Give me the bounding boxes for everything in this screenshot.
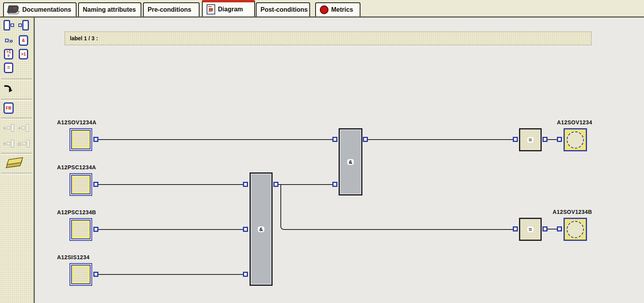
- valve-circle: [567, 131, 584, 149]
- diagram-canvas: label 1 / 3 : A12SOV1234A A12PSC1234A A1…: [35, 18, 644, 303]
- gate-symbol: &: [258, 226, 264, 232]
- transfer-arrows-icon: »: [9, 37, 12, 44]
- equal-block-icon: =: [4, 63, 13, 73]
- port[interactable]: [243, 182, 248, 187]
- tab-metrics[interactable]: Metrics: [315, 2, 360, 16]
- port[interactable]: [542, 226, 548, 231]
- or-equal-gate-button[interactable]: >1=: [2, 48, 15, 60]
- port[interactable]: [332, 137, 337, 142]
- function-block-icon: FB: [4, 102, 14, 114]
- or-gate-icon: >1: [19, 49, 28, 59]
- port[interactable]: [332, 182, 337, 187]
- tab-documentations[interactable]: Documentations: [3, 2, 77, 16]
- port-icon: [11, 23, 14, 27]
- wire: [98, 184, 243, 185]
- book-icon: [8, 5, 20, 14]
- tab-diagram[interactable]: Diagram: [202, 0, 255, 16]
- output-variable-icon: [22, 20, 29, 30]
- port[interactable]: [93, 272, 98, 277]
- output-node-label: A12SOV1234: [557, 119, 592, 126]
- application-window: Documentations Naming attributes Pre-con…: [0, 0, 644, 303]
- delete-cross-icon: ×: [3, 140, 14, 147]
- library-button[interactable]: [4, 156, 23, 169]
- toolbar-separator: [1, 153, 32, 155]
- port[interactable]: [273, 182, 278, 187]
- function-block-button[interactable]: FB: [2, 102, 15, 114]
- or-gate-button[interactable]: >1: [17, 48, 30, 60]
- label-bar-text: label 1 / 3 :: [70, 35, 98, 41]
- and-gate[interactable]: &: [250, 172, 273, 286]
- input-variable-icon: [4, 20, 10, 30]
- gate-symbol: &: [347, 159, 354, 165]
- tab-pre-conditions[interactable]: Pre-conditions: [143, 2, 200, 16]
- equal-block[interactable]: =: [519, 128, 542, 151]
- tab-post-conditions[interactable]: Post-conditions: [256, 2, 310, 16]
- port[interactable]: [557, 226, 562, 231]
- tab-label: Diagram: [218, 6, 243, 13]
- port[interactable]: [542, 137, 548, 142]
- input-node[interactable]: [70, 263, 92, 286]
- tab-label: Post-conditions: [260, 6, 308, 13]
- wire: [98, 229, 243, 230]
- output-node-label: A12SOV1234B: [553, 209, 592, 215]
- port[interactable]: [93, 227, 98, 232]
- red-dot-icon: [320, 5, 328, 14]
- plus-block-icon: +: [3, 124, 14, 132]
- port[interactable]: [513, 137, 518, 142]
- output-node[interactable]: [564, 128, 587, 151]
- port-icon: [18, 23, 22, 27]
- equal-block[interactable]: =: [519, 218, 542, 241]
- input-node[interactable]: [70, 173, 92, 196]
- and-gate-button[interactable]: &: [17, 34, 30, 47]
- and-gate[interactable]: &: [339, 128, 362, 195]
- tab-bar: Documentations Naming attributes Pre-con…: [0, 0, 644, 16]
- label-bar: label 1 / 3 :: [64, 31, 592, 45]
- toolbar-separator: [1, 173, 32, 175]
- tab-naming-attributes[interactable]: Naming attributes: [78, 2, 141, 16]
- equal-symbol: =: [527, 226, 534, 232]
- port[interactable]: [513, 226, 518, 231]
- input-node[interactable]: [70, 218, 92, 241]
- transfer-button[interactable]: »: [2, 34, 15, 47]
- diamond-block-icon: ◇: [18, 140, 30, 147]
- equal-symbol: =: [527, 137, 534, 143]
- output-node[interactable]: [564, 218, 587, 241]
- valve-circle: [567, 221, 584, 238]
- tabbar-divider: [0, 16, 644, 18]
- tab-label: Metrics: [331, 6, 353, 13]
- connector-link-icon: [4, 84, 14, 92]
- input-variable-button[interactable]: [2, 19, 15, 31]
- port[interactable]: [243, 272, 248, 277]
- port[interactable]: [557, 137, 562, 142]
- or-equal-gate-icon: >1=: [4, 49, 13, 59]
- equal-block-button[interactable]: =: [2, 61, 15, 74]
- output-variable-button[interactable]: [17, 19, 30, 31]
- port[interactable]: [93, 182, 98, 187]
- port-icon: [5, 39, 9, 42]
- block-plus-icon: +: [18, 124, 29, 132]
- input-node-label: A12SIS1234: [57, 254, 89, 260]
- wire: [548, 229, 557, 229]
- wire: [98, 139, 332, 140]
- port[interactable]: [93, 137, 98, 142]
- toolbar-separator: [1, 99, 32, 101]
- toolbar-separator: [1, 79, 32, 81]
- input-node[interactable]: [70, 128, 92, 151]
- delete-input-button[interactable]: ×: [2, 137, 15, 150]
- wire: [98, 274, 243, 275]
- tab-label: Naming attributes: [83, 6, 136, 13]
- toolbar: » & >1= >1 = FB + + ×: [0, 18, 35, 303]
- detach-block-button[interactable]: ◇: [17, 137, 30, 150]
- input-node-label: A12SOV1234A: [57, 119, 96, 126]
- library-book-icon: [5, 157, 22, 169]
- input-node-label: A12PSC1234B: [57, 209, 96, 215]
- port[interactable]: [243, 227, 248, 232]
- insert-output-button[interactable]: +: [17, 122, 30, 134]
- tab-label: Documentations: [22, 6, 71, 13]
- insert-input-button[interactable]: +: [2, 122, 15, 134]
- wire: [548, 139, 557, 140]
- port[interactable]: [363, 137, 368, 142]
- connector-button[interactable]: [2, 82, 15, 95]
- toolbar-separator: [1, 118, 32, 120]
- wire: [368, 139, 513, 140]
